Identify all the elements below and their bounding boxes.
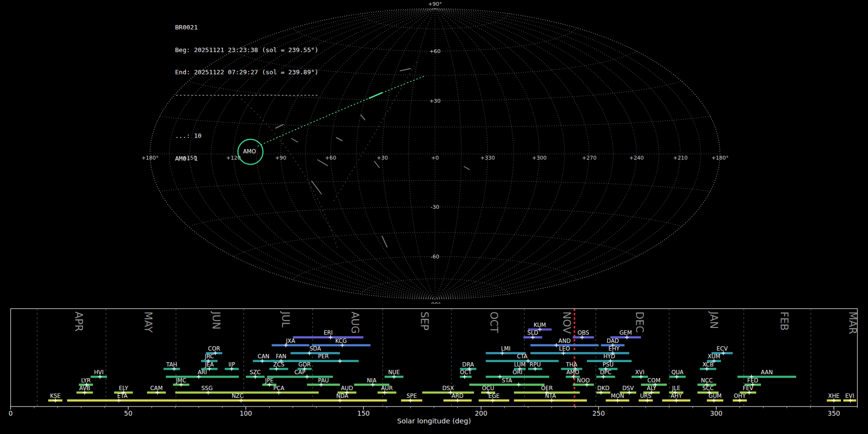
map-lat-label: -60	[431, 254, 439, 260]
shower-label: DKD	[597, 385, 610, 392]
shower-peak-marker	[555, 343, 558, 347]
shower-label: PSU	[603, 361, 614, 368]
shower-label: ALY	[647, 385, 657, 392]
shower-bar	[597, 376, 615, 378]
meteor-track	[374, 161, 380, 168]
shower-label: NDA	[336, 393, 348, 399]
shower-label: OHY	[734, 393, 746, 399]
meteor-track	[336, 137, 342, 141]
shower-label: LUM	[514, 361, 526, 368]
shower-label: GEM	[619, 329, 632, 336]
meteor-track	[361, 115, 365, 120]
month-label: AUG	[349, 312, 361, 334]
map-lon-label: +180°	[141, 155, 159, 161]
x-axis-title: Solar longitude (deg)	[397, 417, 471, 425]
hammer-grid-meridian	[169, 9, 435, 299]
shower-label: OCU	[482, 385, 494, 392]
shower-label: HYD	[603, 353, 615, 360]
map-lon-label: +270	[582, 155, 597, 161]
month-label: JUL	[280, 311, 291, 328]
shower-bar	[298, 399, 387, 402]
map-lat-label: +60	[429, 48, 440, 54]
shower-label: EHY	[609, 345, 620, 352]
map-lon-label: +210	[673, 155, 688, 161]
shower-label: XCB	[703, 361, 714, 368]
shower-label: ZCS	[273, 361, 284, 368]
shower-bar	[163, 368, 180, 370]
shower-label: KCG	[335, 338, 347, 344]
shower-label: ELY	[119, 385, 129, 392]
shower-label: JEA	[204, 361, 214, 368]
shower-label: CAM	[150, 385, 163, 392]
x-tick-label: 300	[710, 409, 722, 417]
map-lon-label: +180°	[711, 155, 729, 161]
shower-label: ECV	[717, 345, 728, 352]
shower-label: ARI	[198, 369, 207, 376]
shower-peak-marker	[498, 375, 502, 379]
shower-label: KUM	[534, 322, 546, 328]
shower-label: JRC	[204, 353, 214, 360]
shower-label: CTA	[517, 353, 528, 360]
shower-bar	[67, 399, 177, 402]
hammer-grid-meridian	[150, 9, 435, 299]
shower-label: OBS	[578, 329, 589, 336]
meteor-great-circle	[333, 62, 417, 203]
shower-label: AVB	[79, 385, 90, 392]
shower-label: XUM	[707, 353, 720, 360]
shower-meteor-track	[369, 93, 382, 98]
shower-label: LMI	[501, 345, 511, 352]
shower-label: DRA	[462, 361, 474, 368]
shower-label: DAD	[607, 338, 619, 344]
radiant-label: AMO	[243, 148, 256, 155]
shower-label: FED	[747, 377, 759, 384]
shower-label: AMO	[566, 369, 579, 376]
shower-label: ERI	[324, 329, 333, 336]
shower-label: NTA	[545, 393, 556, 399]
shower-label: HVI	[94, 369, 104, 376]
x-tick-label: 50	[124, 409, 132, 417]
shower-bar	[177, 399, 298, 402]
shower-label: AUD	[341, 385, 353, 392]
shower-bar	[737, 376, 796, 378]
shower-label: NIA	[367, 377, 377, 384]
shower-label: PAU	[318, 377, 328, 384]
month-label: JUN	[210, 311, 222, 329]
shower-label: DPC	[600, 369, 611, 376]
map-lon-label: +300	[532, 155, 546, 161]
shower-label: THA	[566, 361, 578, 368]
shower-label: SDA	[310, 345, 321, 352]
map-lon-label: +30	[377, 155, 388, 161]
shower-label: SPE	[407, 393, 417, 399]
shower-label: EVI	[845, 393, 854, 399]
shower-label: FAN	[276, 353, 286, 360]
shower-label: URS	[640, 393, 651, 399]
shower-label: MON	[611, 393, 624, 399]
shower-meteor-great-circle	[258, 76, 424, 146]
shower-label: ETA	[117, 393, 127, 399]
shower-bar	[486, 376, 549, 378]
map-lon-label: +0	[431, 155, 439, 161]
map-lon-label: +90	[275, 155, 286, 161]
x-tick-label: 200	[475, 409, 488, 417]
meteor-track	[312, 181, 322, 194]
shower-label: JMC	[176, 377, 186, 384]
x-tick-label: 350	[827, 409, 840, 417]
shower-label: LYR	[81, 377, 91, 384]
hammer-grid-meridian	[435, 9, 514, 299]
shower-label: XVI	[635, 369, 644, 376]
shower-label: AAN	[761, 369, 773, 376]
hammer-grid-meridian	[435, 9, 637, 299]
sky-map: +180°+150+120+90+60+30+0+330+300+270+240…	[0, 0, 868, 304]
shower-label: AUR	[381, 385, 393, 392]
shower-peak-marker	[305, 375, 309, 379]
shower-label: LEO	[559, 345, 570, 352]
month-label: MAR	[847, 312, 858, 334]
shower-label: NZC	[231, 393, 244, 399]
month-label: APR	[73, 312, 84, 332]
shower-label: OER	[541, 385, 553, 392]
shower-label: SSG	[202, 385, 213, 392]
shower-bar	[291, 352, 340, 354]
hammer-grid-meridian	[382, 9, 435, 299]
x-tick-label: 250	[593, 409, 605, 417]
x-tick-label: 150	[357, 409, 370, 417]
